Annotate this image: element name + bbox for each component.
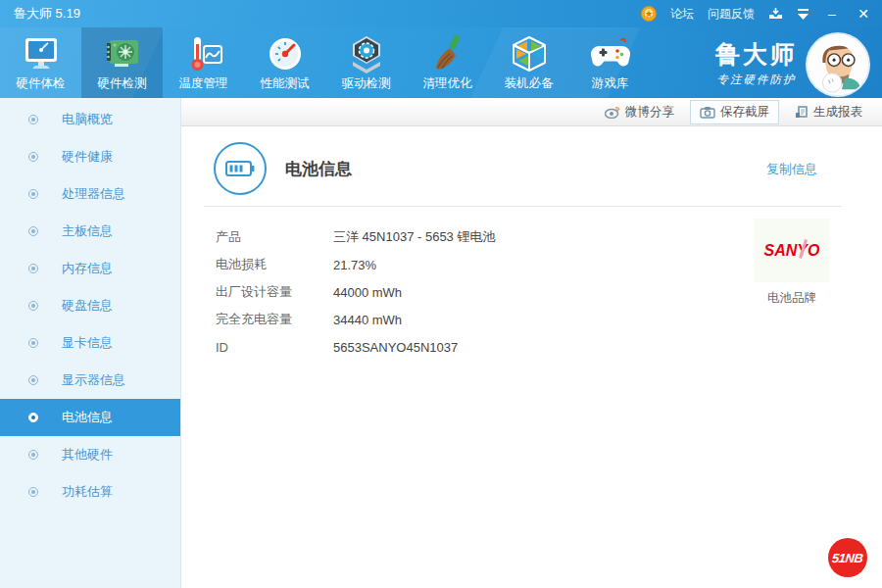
speed-gauge-icon — [263, 31, 308, 76]
divider — [204, 206, 842, 207]
copy-info-link[interactable]: 复制信息 — [766, 161, 817, 178]
sidebar-item-display-info[interactable]: 显示器信息 — [0, 362, 180, 399]
ludashi-window: 鲁大师 5.19 ★ 论坛 问题反馈 – ✕ — [0, 0, 882, 588]
sidebar-item-memory-info[interactable]: 内存信息 — [0, 250, 180, 287]
tab-cleanup[interactable]: 清理优化 — [407, 27, 488, 98]
actionbar: 微博分享 保存截屏 — [181, 98, 882, 126]
51nb-watermark: 51NB — [828, 538, 867, 577]
battery-brand-caption: 电池品牌 — [740, 290, 844, 307]
gear-hexagon-icon — [344, 31, 389, 76]
radio-dot-icon — [28, 413, 38, 422]
sidebar: 电脑概览 硬件健康 处理器信息 主板信息 内存信息 硬盘信息 — [0, 98, 181, 588]
radio-dot-icon — [28, 301, 38, 311]
tab-label: 硬件体检 — [17, 75, 66, 92]
radio-dot-icon — [28, 115, 38, 124]
table-row: 电池损耗 21.73% — [216, 251, 495, 278]
app-title: 鲁大师 5.19 — [14, 5, 80, 23]
battery-info-table: 产品 三洋 45N1037 - 5653 锂电池 电池损耗 21.73% 出厂设… — [216, 223, 495, 361]
weibo-icon — [605, 105, 620, 119]
radio-dot-icon — [28, 450, 38, 460]
radio-dot-icon — [28, 264, 38, 273]
mascot-avatar — [808, 34, 868, 95]
battery-brand-logo: SANYO — [755, 219, 829, 282]
main-menu-icon[interactable] — [797, 9, 809, 20]
battery-info-page: 电池信息 复制信息 产品 三洋 45N1037 - 5653 锂电池 电池损耗 … — [181, 126, 882, 587]
radio-dot-icon — [28, 338, 38, 348]
gpu-card-icon — [100, 31, 145, 76]
page-title: 电池信息 — [285, 158, 352, 180]
generate-report-button[interactable]: 生成报表 — [785, 100, 872, 124]
sidebar-item-battery-info[interactable]: 电池信息 — [0, 399, 180, 436]
brand-area: 鲁大师 专注硬件防护 — [715, 27, 882, 98]
sidebar-item-power-estimate[interactable]: 功耗估算 — [0, 473, 180, 511]
tab-label: 游戏库 — [592, 75, 629, 92]
sidebar-item-other-hardware[interactable]: 其他硬件 — [0, 436, 180, 473]
tab-label: 性能测试 — [261, 75, 310, 92]
feedback-link[interactable]: 问题反馈 — [708, 6, 755, 23]
tab-performance[interactable]: 性能测试 — [244, 27, 325, 98]
camera-icon — [700, 106, 715, 119]
tab-label: 温度管理 — [179, 75, 228, 92]
table-row: 出厂设计容量 44000 mWh — [216, 278, 495, 306]
thermometer-chart-icon — [181, 31, 226, 76]
sidebar-item-disk-info[interactable]: 硬盘信息 — [0, 287, 180, 324]
brand-slogan: 专注硬件防护 — [715, 73, 798, 87]
content-area: 微博分享 保存截屏 — [181, 98, 882, 588]
table-row: 产品 三洋 45N1037 - 5653 锂电池 — [216, 223, 495, 251]
tab-hardware-detect[interactable]: 硬件检测 — [81, 27, 163, 98]
main-toolbar: 硬件体检 — [0, 27, 882, 98]
report-icon — [795, 105, 808, 119]
sidebar-item-cpu-info[interactable]: 处理器信息 — [0, 175, 180, 213]
close-button[interactable]: ✕ — [855, 6, 872, 22]
tab-label: 装机必备 — [505, 75, 554, 92]
tab-hardware-checkup[interactable]: 硬件体检 — [0, 27, 81, 98]
tab-game-library[interactable]: 游戏库 — [569, 27, 651, 98]
save-screenshot-button[interactable]: 保存截屏 — [690, 100, 779, 124]
radio-dot-icon — [28, 375, 38, 385]
tab-label: 清理优化 — [423, 75, 472, 92]
broom-icon — [425, 31, 470, 76]
gamepad-icon — [588, 31, 633, 76]
tab-label: 驱动检测 — [342, 75, 391, 92]
radio-dot-icon — [28, 189, 38, 199]
forum-link[interactable]: 论坛 — [670, 6, 694, 23]
cube-icon — [507, 31, 552, 76]
table-row: 完全充电容量 34440 mWh — [216, 306, 495, 333]
sidebar-item-computer-overview[interactable]: 电脑概览 — [0, 101, 180, 138]
monitor-radar-icon — [19, 31, 64, 76]
minimize-button[interactable]: – — [823, 6, 841, 22]
sanyo-logo: SANYO — [764, 242, 820, 260]
sidebar-item-motherboard-info[interactable]: 主板信息 — [0, 213, 180, 250]
tab-pc-builder[interactable]: 装机必备 — [488, 27, 569, 98]
table-row: ID 5653SANYO45N1037 — [216, 333, 495, 361]
radio-dot-icon — [28, 152, 38, 162]
brand-name: 鲁大师 — [715, 38, 798, 71]
tab-label: 硬件检测 — [98, 75, 147, 92]
battery-icon — [214, 142, 267, 195]
titlebar: 鲁大师 5.19 ★ 论坛 问题反馈 – ✕ — [0, 0, 882, 27]
sidebar-item-hardware-health[interactable]: 硬件健康 — [0, 138, 180, 175]
tab-temperature[interactable]: 温度管理 — [163, 27, 244, 98]
radio-dot-icon — [28, 487, 38, 497]
weibo-share-button[interactable]: 微博分享 — [595, 100, 684, 124]
download-tray-icon[interactable] — [768, 8, 783, 21]
medal-icon[interactable]: ★ — [641, 6, 657, 22]
radio-dot-icon — [28, 226, 38, 236]
tab-driver-detect[interactable]: 驱动检测 — [325, 27, 407, 98]
sidebar-item-gpu-info[interactable]: 显卡信息 — [0, 324, 180, 362]
